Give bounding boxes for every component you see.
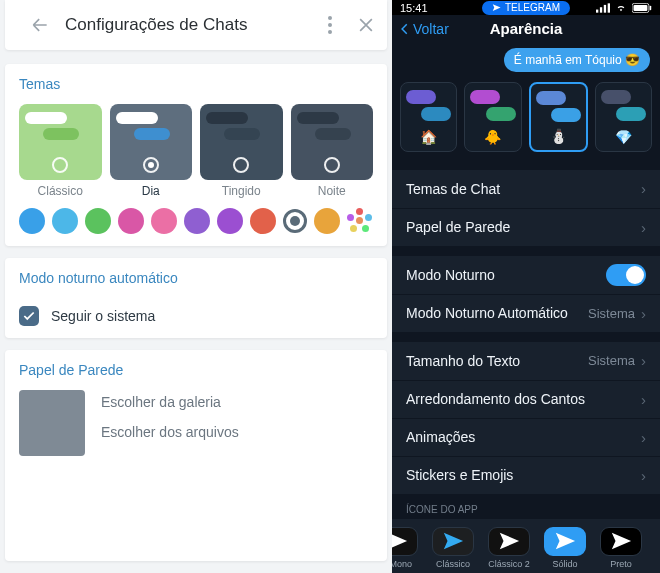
chevron-right-icon: › [641, 391, 646, 408]
choose-from-files[interactable]: Escolher dos arquivos [101, 424, 239, 440]
status-bar: 15:41 TELEGRAM [392, 0, 660, 15]
chat-theme-option[interactable]: ⛄ [529, 82, 588, 152]
color-swatch[interactable] [314, 208, 340, 234]
theme-label: Dia [110, 184, 193, 198]
appicon-caption: Ícone do App [392, 494, 660, 519]
app-icon-option[interactable]: Preto [596, 527, 646, 569]
color-swatch[interactable] [52, 208, 78, 234]
row-animations[interactable]: Animações› [392, 418, 660, 456]
svg-rect-0 [596, 9, 598, 12]
more-icon[interactable] [319, 14, 341, 36]
night-mode-section: Modo noturno automático Seguir o sistema [5, 258, 387, 338]
chevron-right-icon: › [641, 352, 646, 369]
row-label: Arredondamento dos Cantos [406, 391, 641, 407]
nav-bar: Voltar Aparência [392, 15, 660, 41]
toggle-on[interactable] [606, 264, 646, 286]
app-icon-option[interactable]: Clássico [428, 527, 478, 569]
color-swatch[interactable] [19, 208, 45, 234]
app-icon-label: o Mono [392, 559, 412, 569]
row-label: Modo Noturno [406, 267, 606, 283]
chevron-right-icon: › [641, 429, 646, 446]
row-corner-rounding[interactable]: Arredondamento dos Cantos› [392, 380, 660, 418]
theme-tile-clássico[interactable] [19, 104, 102, 180]
ios-appearance-panel: 15:41 TELEGRAM Voltar Aparência É manhã … [392, 0, 660, 573]
color-swatch-selected[interactable] [283, 209, 307, 233]
row-label: Animações [406, 429, 641, 445]
color-swatch[interactable] [217, 208, 243, 234]
color-swatch[interactable] [250, 208, 276, 234]
svg-rect-1 [600, 7, 602, 12]
svg-rect-6 [650, 5, 652, 10]
svg-rect-3 [608, 3, 610, 12]
color-swatch[interactable] [118, 208, 144, 234]
theme-label: Tingido [200, 184, 283, 198]
wallpaper-section: Papel de Parede Escolher da galeria Esco… [5, 350, 387, 561]
row-chat-themes[interactable]: Temas de Chat› [392, 170, 660, 208]
chevron-right-icon: › [641, 467, 646, 484]
section-title-night: Modo noturno automático [19, 270, 373, 286]
android-chat-settings-panel: Configurações de Chats Temas ClássicoDia… [0, 0, 392, 573]
svg-rect-2 [604, 5, 606, 13]
row-label: Tamanho do Texto [406, 353, 588, 369]
follow-system-row[interactable]: Seguir o sistema [19, 298, 373, 326]
preview-message-bubble: É manhã em Tóquio 😎 [504, 48, 650, 72]
header: Configurações de Chats [5, 0, 387, 50]
row-wallpaper[interactable]: Papel de Parede› [392, 208, 660, 246]
signal-icon [596, 3, 610, 13]
close-icon[interactable] [355, 14, 377, 36]
app-icon-label: Clássico 2 [488, 559, 530, 569]
color-swatch[interactable] [184, 208, 210, 234]
row-auto-night-mode[interactable]: Modo Noturno AutomáticoSistema› [392, 294, 660, 332]
checkbox-checked-icon [19, 306, 39, 326]
chat-preview: É manhã em Tóquio 😎 [402, 48, 650, 72]
wifi-icon [614, 3, 628, 13]
page-title: Configurações de Chats [65, 15, 305, 35]
app-icon-option[interactable]: Sólido [540, 527, 590, 569]
back-icon[interactable] [29, 14, 51, 36]
nav-back-button[interactable]: Voltar [398, 21, 449, 37]
theme-tile-tingido[interactable] [200, 104, 283, 180]
app-icon-option[interactable]: o Mono [392, 527, 422, 569]
chevron-right-icon: › [641, 219, 646, 236]
status-time: 15:41 [400, 2, 428, 14]
app-icon-label: Sólido [552, 559, 577, 569]
chat-theme-option[interactable]: 🐥 [464, 82, 521, 152]
row-label: Papel de Parede [406, 219, 641, 235]
battery-icon [632, 3, 652, 13]
app-icon-label: Preto [610, 559, 632, 569]
app-icon-option[interactable]: Clássico 2 [484, 527, 534, 569]
row-night-mode[interactable]: Modo Noturno [392, 256, 660, 294]
follow-system-label: Seguir o sistema [51, 308, 155, 324]
theme-tile-noite[interactable] [291, 104, 374, 180]
section-title-wallpaper: Papel de Parede [19, 362, 373, 378]
color-swatch[interactable] [151, 208, 177, 234]
row-text-size[interactable]: Tamanho do TextoSistema› [392, 342, 660, 380]
row-label: Temas de Chat [406, 181, 641, 197]
nav-title: Aparência [490, 20, 563, 37]
row-label: Modo Noturno Automático [406, 305, 588, 321]
theme-label: Noite [291, 184, 374, 198]
color-swatch-custom[interactable] [347, 208, 373, 234]
wallpaper-thumbnail[interactable] [19, 390, 85, 456]
chevron-right-icon: › [641, 305, 646, 322]
theme-tile-dia[interactable] [110, 104, 193, 180]
color-swatch[interactable] [85, 208, 111, 234]
app-icon-label: Clássico [436, 559, 470, 569]
section-title-themes: Temas [19, 76, 373, 92]
chat-theme-option[interactable]: 🏠 [400, 82, 457, 152]
row-label: Stickers e Emojis [406, 467, 641, 483]
return-to-app-pill[interactable]: TELEGRAM [482, 1, 570, 15]
row-stickers-emojis[interactable]: Stickers e Emojis› [392, 456, 660, 494]
themes-section: Temas ClássicoDiaTingidoNoite [5, 64, 387, 246]
chat-theme-option[interactable]: 💎 [595, 82, 652, 152]
svg-rect-5 [634, 5, 648, 11]
row-value: Sistema [588, 353, 635, 368]
theme-label: Clássico [19, 184, 102, 198]
row-value: Sistema [588, 306, 635, 321]
choose-from-gallery[interactable]: Escolher da galeria [101, 394, 239, 410]
chevron-right-icon: › [641, 180, 646, 197]
